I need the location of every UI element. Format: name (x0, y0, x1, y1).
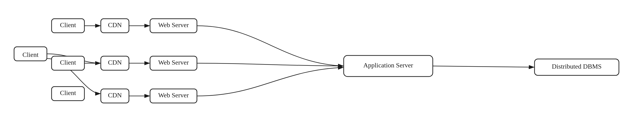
arrow-web3-app (197, 67, 343, 96)
label-cdn3: CDN (108, 92, 122, 99)
label-cdn2: CDN (108, 59, 122, 66)
label-client2: Client (60, 21, 76, 28)
architecture-diagram: Client Client Client Client CDN CDN CDN … (0, 0, 644, 132)
label-app: Application Server (364, 62, 413, 69)
arrow-app-dbms (433, 66, 534, 67)
label-web3: Web Server (158, 92, 189, 99)
label-dbms: Distributed DBMS (552, 63, 602, 70)
label-client3: Client (60, 59, 76, 66)
arrow-web1-app (197, 26, 343, 66)
label-client4: Client (60, 89, 76, 96)
label-web2: Web Server (158, 59, 189, 66)
label-client1: Client (22, 51, 39, 58)
label-web1: Web Server (158, 21, 189, 28)
label-cdn1: CDN (108, 21, 122, 28)
